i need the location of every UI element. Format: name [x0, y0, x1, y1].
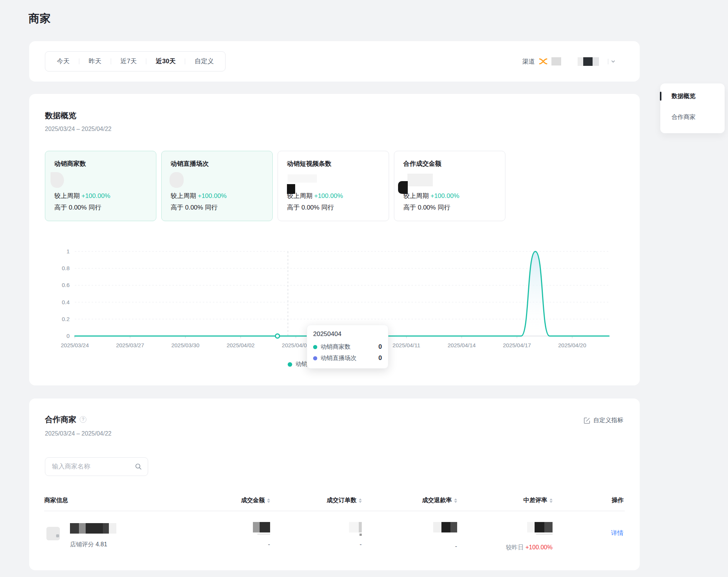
- channel-label: 渠道: [522, 57, 535, 66]
- cell-gmv: -: [253, 522, 270, 548]
- tooltip-date: 20250404: [313, 330, 382, 338]
- svg-text:0.8: 0.8: [62, 265, 70, 271]
- stat-card-active-short-videos[interactable]: 动销短视频条数 较上周期 +100.00% 高于 0.00% 同行: [278, 151, 389, 221]
- masked-merchant-name: [70, 523, 116, 534]
- masked-value: [506, 522, 553, 532]
- avatar: [46, 527, 60, 540]
- stat-title: 动销直播场次: [171, 159, 263, 168]
- svg-text:0.6: 0.6: [62, 282, 70, 288]
- shop-rating: 店铺评分 4.81: [70, 541, 107, 549]
- section-date-range: 2025/03/24 – 2025/04/22: [45, 126, 111, 132]
- tooltip-row: 动销商家数 0: [313, 341, 382, 352]
- masked-value: [169, 172, 184, 188]
- masked-channel-name: [551, 57, 561, 65]
- anchor-nav: 数据概览 合作商家: [660, 83, 725, 133]
- series-dot: [313, 356, 317, 360]
- svg-text:0: 0: [67, 333, 70, 339]
- tab-custom[interactable]: 自定义: [185, 52, 223, 71]
- cell-orders: -: [349, 522, 362, 548]
- tab-yesterday[interactable]: 昨天: [79, 52, 111, 71]
- stat-card-active-merchants[interactable]: 动销商家数 较上周期 +100.00% 高于 0.00% 同行: [45, 151, 156, 221]
- svg-text:2025/04/17: 2025/04/17: [503, 342, 531, 348]
- tab-today[interactable]: 今天: [48, 52, 79, 71]
- svg-text:0.4: 0.4: [62, 299, 70, 305]
- channel-logo-icon: [539, 58, 548, 65]
- svg-text:2025/03/24: 2025/03/24: [61, 342, 89, 348]
- active-indicator: [660, 92, 661, 101]
- sort-icon[interactable]: [454, 498, 457, 503]
- tab-last-7-days[interactable]: 近7天: [111, 52, 146, 71]
- page-title: 商家: [28, 11, 51, 26]
- masked-value: [407, 174, 433, 186]
- section-title: 数据概览: [45, 110, 76, 121]
- stat-cards-row: 动销商家数 较上周期 +100.00% 高于 0.00% 同行 动销直播场次 较…: [45, 151, 505, 221]
- stat-peer: 高于 0.00% 同行: [171, 203, 218, 212]
- tooltip-row: 动销直播场次 0: [313, 352, 382, 364]
- masked-value: [253, 522, 270, 532]
- masked-value: [288, 174, 317, 183]
- search-icon[interactable]: [135, 463, 142, 470]
- cell-bad-review-rate: 较昨日 +100.00%: [506, 522, 553, 552]
- cell-refund-rate: -: [433, 522, 457, 550]
- review-compare: 较昨日 +100.00%: [506, 544, 553, 552]
- stat-card-partner-gmv[interactable]: 合作成交金额 较上周期 +100.00% 高于 0.00% 同行: [394, 151, 505, 221]
- chevron-down-icon[interactable]: [611, 59, 616, 64]
- svg-text:2025/04/02: 2025/04/02: [227, 342, 255, 348]
- stat-title: 合作成交金额: [403, 159, 496, 168]
- col-header-actions: 操作: [612, 497, 624, 504]
- svg-text:2025/03/27: 2025/03/27: [116, 342, 144, 348]
- nav-item-partner-merchants[interactable]: 合作商家: [672, 113, 695, 121]
- nav-item-data-overview[interactable]: 数据概览: [672, 92, 695, 100]
- merchant-search-input[interactable]: [52, 463, 135, 470]
- svg-text:2025/04/11: 2025/04/11: [392, 342, 420, 348]
- help-icon[interactable]: ?: [80, 416, 86, 423]
- filter-card: 今天 昨天 近7天 近30天 自定义 渠道: [29, 41, 640, 82]
- detail-link[interactable]: 详情: [611, 529, 624, 537]
- stat-peer: 高于 0.00% 同行: [403, 203, 450, 212]
- legend-dot: [288, 362, 292, 367]
- stat-title: 动销短视频条数: [287, 159, 380, 168]
- stat-compare: 较上周期 +100.00%: [403, 192, 459, 200]
- table-divider: [44, 511, 625, 511]
- stat-title: 动销商家数: [54, 159, 147, 168]
- svg-text:1: 1: [67, 248, 70, 254]
- masked-value: [433, 522, 457, 532]
- sort-icon[interactable]: [550, 498, 553, 503]
- svg-text:2025/03/30: 2025/03/30: [171, 342, 199, 348]
- section-title: 合作商家: [45, 414, 76, 425]
- section-date-range: 2025/03/24 – 2025/04/22: [45, 430, 111, 437]
- series-dot: [313, 345, 317, 349]
- svg-text:0.2: 0.2: [62, 316, 70, 322]
- channel-selector[interactable]: 渠道: [522, 55, 616, 67]
- stat-card-active-live-sessions[interactable]: 动销直播场次 较上周期 +100.00% 高于 0.00% 同行: [161, 151, 273, 221]
- svg-text:2025/04/20: 2025/04/20: [558, 342, 586, 348]
- partner-merchants-section: 合作商家 ? 自定义指标 2025/03/24 – 2025/04/22 商家信…: [29, 399, 640, 570]
- col-header-merchant-info: 商家信息: [44, 497, 68, 504]
- svg-text:2025/04/05: 2025/04/05: [282, 342, 310, 348]
- chart-tooltip: 20250404 动销商家数 0 动销直播场次 0: [307, 325, 388, 369]
- merchant-search: [45, 457, 148, 476]
- stat-compare: 较上周期 +100.00%: [54, 192, 110, 200]
- masked-value: [349, 522, 362, 532]
- col-header-refund-rate[interactable]: 成交退款率: [422, 497, 457, 504]
- svg-text:2025/04/14: 2025/04/14: [448, 342, 476, 348]
- masked-value: [51, 172, 64, 188]
- date-range-tabs: 今天 昨天 近7天 近30天 自定义: [45, 51, 226, 71]
- divider: [608, 59, 608, 64]
- stat-peer: 高于 0.00% 同行: [54, 203, 101, 212]
- data-overview-section: 数据概览 2025/03/24 – 2025/04/22 动销商家数 较上周期 …: [29, 94, 640, 385]
- custom-metrics-button[interactable]: 自定义指标: [584, 416, 623, 424]
- col-header-orders[interactable]: 成交订单数: [327, 497, 362, 504]
- sort-icon[interactable]: [359, 498, 362, 503]
- edit-icon: [584, 417, 590, 424]
- stat-compare: 较上周期 +100.00%: [287, 192, 343, 200]
- stat-compare: 较上周期 +100.00%: [171, 192, 227, 200]
- col-header-bad-review-rate[interactable]: 中差评率: [523, 497, 553, 504]
- col-header-gmv[interactable]: 成交金额: [241, 497, 270, 504]
- tab-last-30-days[interactable]: 近30天: [146, 52, 185, 71]
- stat-peer: 高于 0.00% 同行: [287, 203, 334, 212]
- sort-icon[interactable]: [267, 498, 270, 503]
- masked-channel-value: [578, 57, 599, 66]
